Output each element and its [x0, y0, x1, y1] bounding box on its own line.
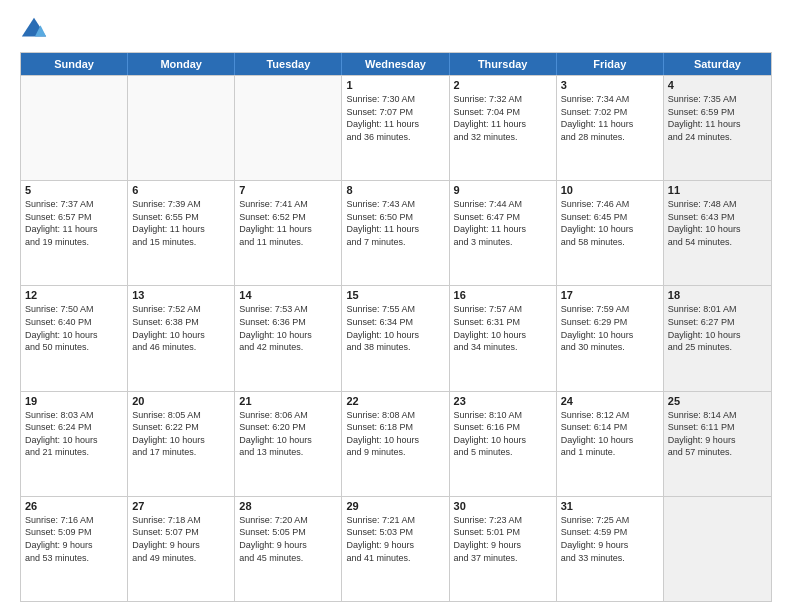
day-cell: 10Sunrise: 7:46 AM Sunset: 6:45 PM Dayli… — [557, 181, 664, 285]
day-cell: 30Sunrise: 7:23 AM Sunset: 5:01 PM Dayli… — [450, 497, 557, 601]
week-row: 26Sunrise: 7:16 AM Sunset: 5:09 PM Dayli… — [21, 496, 771, 601]
logo — [20, 16, 52, 44]
week-row: 19Sunrise: 8:03 AM Sunset: 6:24 PM Dayli… — [21, 391, 771, 496]
day-number: 2 — [454, 79, 552, 91]
weeks: 1Sunrise: 7:30 AM Sunset: 7:07 PM Daylig… — [21, 75, 771, 601]
day-number: 27 — [132, 500, 230, 512]
day-info: Sunrise: 7:43 AM Sunset: 6:50 PM Dayligh… — [346, 198, 444, 248]
day-number: 15 — [346, 289, 444, 301]
day-info: Sunrise: 7:32 AM Sunset: 7:04 PM Dayligh… — [454, 93, 552, 143]
day-number: 10 — [561, 184, 659, 196]
day-info: Sunrise: 7:16 AM Sunset: 5:09 PM Dayligh… — [25, 514, 123, 564]
day-number: 28 — [239, 500, 337, 512]
day-number: 1 — [346, 79, 444, 91]
day-number: 30 — [454, 500, 552, 512]
day-number: 8 — [346, 184, 444, 196]
day-cell: 18Sunrise: 8:01 AM Sunset: 6:27 PM Dayli… — [664, 286, 771, 390]
day-header: Sunday — [21, 53, 128, 75]
day-cell: 25Sunrise: 8:14 AM Sunset: 6:11 PM Dayli… — [664, 392, 771, 496]
day-cell: 29Sunrise: 7:21 AM Sunset: 5:03 PM Dayli… — [342, 497, 449, 601]
day-cell: 21Sunrise: 8:06 AM Sunset: 6:20 PM Dayli… — [235, 392, 342, 496]
day-number: 31 — [561, 500, 659, 512]
week-row: 12Sunrise: 7:50 AM Sunset: 6:40 PM Dayli… — [21, 285, 771, 390]
day-cell: 24Sunrise: 8:12 AM Sunset: 6:14 PM Dayli… — [557, 392, 664, 496]
day-info: Sunrise: 7:34 AM Sunset: 7:02 PM Dayligh… — [561, 93, 659, 143]
day-info: Sunrise: 7:20 AM Sunset: 5:05 PM Dayligh… — [239, 514, 337, 564]
day-cell: 1Sunrise: 7:30 AM Sunset: 7:07 PM Daylig… — [342, 76, 449, 180]
day-info: Sunrise: 8:01 AM Sunset: 6:27 PM Dayligh… — [668, 303, 767, 353]
week-row: 1Sunrise: 7:30 AM Sunset: 7:07 PM Daylig… — [21, 75, 771, 180]
day-info: Sunrise: 7:21 AM Sunset: 5:03 PM Dayligh… — [346, 514, 444, 564]
day-header: Wednesday — [342, 53, 449, 75]
day-cell: 26Sunrise: 7:16 AM Sunset: 5:09 PM Dayli… — [21, 497, 128, 601]
day-cell: 22Sunrise: 8:08 AM Sunset: 6:18 PM Dayli… — [342, 392, 449, 496]
day-number: 29 — [346, 500, 444, 512]
day-info: Sunrise: 7:52 AM Sunset: 6:38 PM Dayligh… — [132, 303, 230, 353]
day-number: 23 — [454, 395, 552, 407]
day-info: Sunrise: 8:06 AM Sunset: 6:20 PM Dayligh… — [239, 409, 337, 459]
day-info: Sunrise: 8:08 AM Sunset: 6:18 PM Dayligh… — [346, 409, 444, 459]
week-row: 5Sunrise: 7:37 AM Sunset: 6:57 PM Daylig… — [21, 180, 771, 285]
day-number: 7 — [239, 184, 337, 196]
calendar: SundayMondayTuesdayWednesdayThursdayFrid… — [20, 52, 772, 602]
day-cell: 16Sunrise: 7:57 AM Sunset: 6:31 PM Dayli… — [450, 286, 557, 390]
day-number: 9 — [454, 184, 552, 196]
day-info: Sunrise: 7:46 AM Sunset: 6:45 PM Dayligh… — [561, 198, 659, 248]
day-cell: 7Sunrise: 7:41 AM Sunset: 6:52 PM Daylig… — [235, 181, 342, 285]
day-number: 24 — [561, 395, 659, 407]
day-cell: 3Sunrise: 7:34 AM Sunset: 7:02 PM Daylig… — [557, 76, 664, 180]
day-number: 4 — [668, 79, 767, 91]
day-cell: 15Sunrise: 7:55 AM Sunset: 6:34 PM Dayli… — [342, 286, 449, 390]
day-number: 12 — [25, 289, 123, 301]
day-cell: 11Sunrise: 7:48 AM Sunset: 6:43 PM Dayli… — [664, 181, 771, 285]
day-number: 11 — [668, 184, 767, 196]
day-number: 6 — [132, 184, 230, 196]
day-number: 14 — [239, 289, 337, 301]
day-number: 19 — [25, 395, 123, 407]
day-number: 3 — [561, 79, 659, 91]
day-cell: 14Sunrise: 7:53 AM Sunset: 6:36 PM Dayli… — [235, 286, 342, 390]
day-cell: 28Sunrise: 7:20 AM Sunset: 5:05 PM Dayli… — [235, 497, 342, 601]
day-cell: 2Sunrise: 7:32 AM Sunset: 7:04 PM Daylig… — [450, 76, 557, 180]
day-number: 26 — [25, 500, 123, 512]
day-cell: 13Sunrise: 7:52 AM Sunset: 6:38 PM Dayli… — [128, 286, 235, 390]
day-number: 5 — [25, 184, 123, 196]
day-info: Sunrise: 7:41 AM Sunset: 6:52 PM Dayligh… — [239, 198, 337, 248]
day-number: 21 — [239, 395, 337, 407]
logo-icon — [20, 16, 48, 44]
day-cell: 12Sunrise: 7:50 AM Sunset: 6:40 PM Dayli… — [21, 286, 128, 390]
day-header: Friday — [557, 53, 664, 75]
day-info: Sunrise: 7:23 AM Sunset: 5:01 PM Dayligh… — [454, 514, 552, 564]
day-header: Tuesday — [235, 53, 342, 75]
day-cell — [128, 76, 235, 180]
day-info: Sunrise: 7:35 AM Sunset: 6:59 PM Dayligh… — [668, 93, 767, 143]
day-number: 17 — [561, 289, 659, 301]
day-info: Sunrise: 7:25 AM Sunset: 4:59 PM Dayligh… — [561, 514, 659, 564]
day-cell: 19Sunrise: 8:03 AM Sunset: 6:24 PM Dayli… — [21, 392, 128, 496]
day-number: 13 — [132, 289, 230, 301]
day-cell: 23Sunrise: 8:10 AM Sunset: 6:16 PM Dayli… — [450, 392, 557, 496]
day-cell — [21, 76, 128, 180]
day-number: 20 — [132, 395, 230, 407]
day-header: Saturday — [664, 53, 771, 75]
day-info: Sunrise: 7:37 AM Sunset: 6:57 PM Dayligh… — [25, 198, 123, 248]
day-number: 16 — [454, 289, 552, 301]
day-info: Sunrise: 7:53 AM Sunset: 6:36 PM Dayligh… — [239, 303, 337, 353]
day-info: Sunrise: 7:44 AM Sunset: 6:47 PM Dayligh… — [454, 198, 552, 248]
day-headers: SundayMondayTuesdayWednesdayThursdayFrid… — [21, 53, 771, 75]
page: SundayMondayTuesdayWednesdayThursdayFrid… — [0, 0, 792, 612]
day-cell: 6Sunrise: 7:39 AM Sunset: 6:55 PM Daylig… — [128, 181, 235, 285]
day-info: Sunrise: 7:57 AM Sunset: 6:31 PM Dayligh… — [454, 303, 552, 353]
day-info: Sunrise: 7:39 AM Sunset: 6:55 PM Dayligh… — [132, 198, 230, 248]
day-info: Sunrise: 8:10 AM Sunset: 6:16 PM Dayligh… — [454, 409, 552, 459]
day-info: Sunrise: 7:30 AM Sunset: 7:07 PM Dayligh… — [346, 93, 444, 143]
day-info: Sunrise: 8:05 AM Sunset: 6:22 PM Dayligh… — [132, 409, 230, 459]
day-info: Sunrise: 7:18 AM Sunset: 5:07 PM Dayligh… — [132, 514, 230, 564]
day-header: Monday — [128, 53, 235, 75]
day-cell: 4Sunrise: 7:35 AM Sunset: 6:59 PM Daylig… — [664, 76, 771, 180]
day-header: Thursday — [450, 53, 557, 75]
day-number: 22 — [346, 395, 444, 407]
day-cell: 20Sunrise: 8:05 AM Sunset: 6:22 PM Dayli… — [128, 392, 235, 496]
day-info: Sunrise: 7:50 AM Sunset: 6:40 PM Dayligh… — [25, 303, 123, 353]
day-cell: 31Sunrise: 7:25 AM Sunset: 4:59 PM Dayli… — [557, 497, 664, 601]
